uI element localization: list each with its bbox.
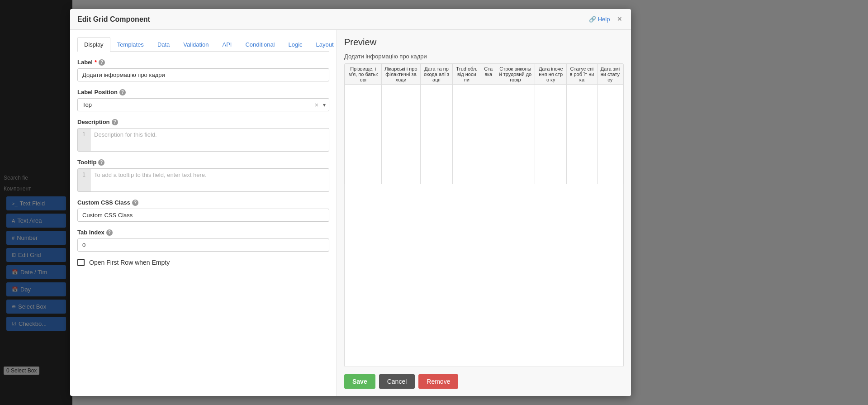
- tab-display[interactable]: Display: [77, 37, 110, 52]
- col-3: Дата та прохода алі зації: [421, 64, 452, 85]
- col-9: Дата зміни статусу: [597, 64, 623, 85]
- modal-body: Display Templates Data Validation API Co…: [70, 30, 631, 396]
- description-line-num: 1: [78, 129, 90, 151]
- tooltip-text: Tooltip: [77, 159, 96, 166]
- tab-index-form-group: Tab Index ?: [77, 229, 329, 252]
- custom-css-label: Custom CSS Class ?: [77, 199, 329, 206]
- tooltip-placeholder[interactable]: To add a tooltip to this field, enter te…: [90, 169, 329, 191]
- empty-cell-5: [481, 85, 496, 184]
- empty-cell-7: [535, 85, 567, 184]
- col-7: Дата іночення ня стро ку: [535, 64, 567, 85]
- col-5: Ставка: [481, 64, 496, 85]
- preview-grid-header-row: Прізвище, ім'я, по батькові Лікарські і …: [345, 64, 623, 85]
- tab-logic[interactable]: Logic: [282, 37, 309, 52]
- modal-header-right: 🔗 Help ×: [589, 14, 624, 24]
- label-text: Label: [77, 59, 93, 66]
- label-field-label: Label * ?: [77, 59, 329, 66]
- empty-cell-8: [567, 85, 598, 184]
- save-button[interactable]: Save: [344, 374, 375, 389]
- preview-grid: Прізвище, ім'я, по батькові Лікарські і …: [345, 64, 623, 184]
- description-help-icon[interactable]: ?: [112, 119, 118, 125]
- modal-left-panel: Display Templates Data Validation API Co…: [70, 30, 337, 396]
- tabs-container: Display Templates Data Validation API Co…: [77, 37, 329, 52]
- help-link[interactable]: 🔗 Help: [589, 16, 610, 23]
- close-button[interactable]: ×: [615, 14, 624, 24]
- modal-right-panel: Preview Додати інформацію про кадри Пріз…: [337, 30, 631, 396]
- edit-grid-modal: Edit Grid Component 🔗 Help × Display Tem…: [70, 9, 631, 396]
- tab-conditional[interactable]: Conditional: [238, 37, 281, 52]
- cancel-button[interactable]: Cancel: [379, 374, 415, 389]
- empty-cell-4: [452, 85, 481, 184]
- tab-api[interactable]: API: [215, 37, 238, 52]
- preview-title: Preview: [344, 37, 624, 48]
- tooltip-line-num: 1: [78, 169, 90, 191]
- modal-actions: Save Cancel Remove: [344, 374, 624, 389]
- tab-index-input[interactable]: [77, 238, 329, 252]
- empty-cell-2: [381, 85, 421, 184]
- preview-grid-empty-row: [345, 85, 623, 184]
- tooltip-label: Tooltip ?: [77, 159, 329, 166]
- label-position-select-wrapper: × ▾: [77, 98, 329, 111]
- tab-layout[interactable]: Layout: [309, 37, 337, 52]
- label-position-text: Label Position: [77, 89, 118, 95]
- description-form-group: Description ? 1 Description for this fie…: [77, 119, 329, 152]
- col-2: Лікарські і профілактичні заходи: [381, 64, 421, 85]
- col-1: Прізвище, ім'я, по батькові: [345, 64, 382, 85]
- empty-cell-6: [496, 85, 535, 184]
- label-form-group: Label * ?: [77, 59, 329, 81]
- modal-title: Edit Grid Component: [77, 15, 150, 24]
- help-icon: 🔗: [589, 16, 596, 23]
- remove-button[interactable]: Remove: [418, 374, 458, 389]
- label-input[interactable]: [77, 68, 329, 81]
- tab-index-help-icon[interactable]: ?: [106, 229, 113, 236]
- tab-templates[interactable]: Templates: [110, 37, 151, 52]
- col-8: Статус спів роб їт ни ка: [567, 64, 598, 85]
- preview-grid-container: Прізвище, ім'я, по батькові Лікарські і …: [344, 63, 624, 367]
- preview-grid-label: Додати інформацію про кадри: [344, 53, 624, 60]
- tab-validation[interactable]: Validation: [176, 37, 215, 52]
- required-star: *: [95, 59, 97, 66]
- description-placeholder[interactable]: Description for this field.: [90, 129, 329, 151]
- label-position-label: Label Position ?: [77, 89, 329, 95]
- tab-data[interactable]: Data: [151, 37, 176, 52]
- col-6: Строк виконый трудовий договір: [496, 64, 535, 85]
- open-first-row-checkbox[interactable]: [77, 259, 85, 266]
- label-help-icon[interactable]: ?: [99, 59, 105, 66]
- tooltip-textarea-wrapper: 1 To add a tooltip to this field, enter …: [77, 168, 329, 192]
- description-textarea-wrapper: 1 Description for this field.: [77, 128, 329, 152]
- col-4: Тrud обл. від носи ни: [452, 64, 481, 85]
- empty-cell-3: [421, 85, 452, 184]
- label-position-input[interactable]: [77, 98, 329, 111]
- custom-css-text: Custom CSS Class: [77, 199, 130, 206]
- description-text: Description: [77, 119, 110, 125]
- empty-cell-9: [597, 85, 623, 184]
- help-text: Help: [598, 16, 610, 23]
- tab-index-label: Tab Index ?: [77, 229, 329, 236]
- tooltip-form-group: Tooltip ? 1 To add a tooltip to this fie…: [77, 159, 329, 192]
- custom-css-help-icon[interactable]: ?: [132, 200, 138, 206]
- custom-css-form-group: Custom CSS Class ?: [77, 199, 329, 222]
- open-first-row-row: Open First Row when Empty: [77, 259, 329, 266]
- description-label: Description ?: [77, 119, 329, 125]
- tooltip-help-icon[interactable]: ?: [98, 159, 104, 166]
- label-position-help-icon[interactable]: ?: [119, 89, 126, 95]
- empty-cell-1: [345, 85, 382, 184]
- open-first-row-label: Open First Row when Empty: [89, 259, 170, 266]
- tab-index-text: Tab Index: [77, 229, 104, 236]
- select-clear-icon[interactable]: ×: [315, 101, 318, 109]
- label-position-form-group: Label Position ? × ▾: [77, 89, 329, 111]
- modal-header: Edit Grid Component 🔗 Help ×: [70, 9, 631, 30]
- select-arrow-icon[interactable]: ▾: [323, 102, 326, 108]
- custom-css-input[interactable]: [77, 209, 329, 222]
